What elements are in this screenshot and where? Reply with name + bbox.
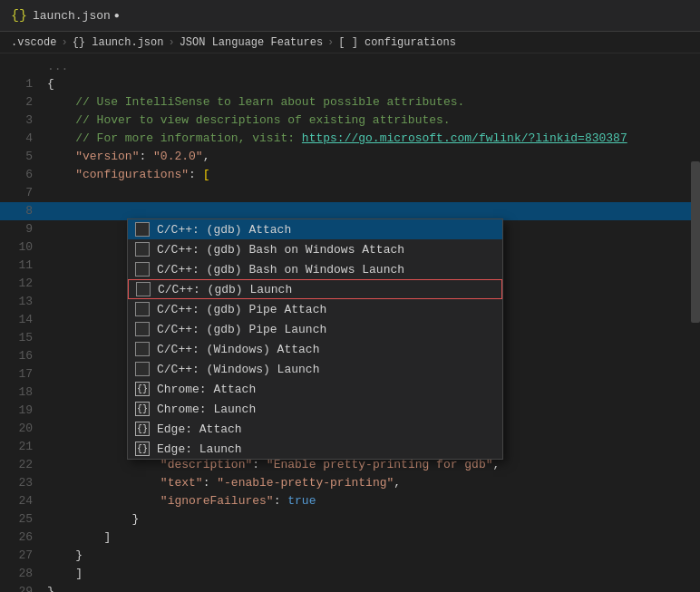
line-1: 1 { bbox=[0, 75, 700, 93]
ellipsis-line: ... bbox=[0, 57, 700, 75]
line-23: 23 "text": "-enable-pretty-printing", bbox=[0, 474, 700, 492]
ac-item-2[interactable]: C/C++: (gdb) Bash on Windows Launch bbox=[128, 259, 502, 279]
ac-label-6: C/C++: (Windows) Attach bbox=[157, 343, 319, 356]
snippet-icon bbox=[135, 222, 150, 237]
line-27: 27 } bbox=[0, 547, 700, 565]
line-28: 28 ] bbox=[0, 565, 700, 583]
snippet-icon bbox=[135, 342, 150, 356]
ac-item-10[interactable]: {} Edge: Attach bbox=[128, 419, 502, 439]
ac-label-9: Chrome: Launch bbox=[157, 403, 256, 416]
line-2: 2 // Use IntelliSense to learn about pos… bbox=[0, 93, 700, 112]
ac-item-5[interactable]: C/C++: (gdb) Pipe Launch bbox=[128, 319, 502, 339]
ac-item-4[interactable]: C/C++: (gdb) Pipe Attach bbox=[128, 299, 502, 319]
snippet-icon bbox=[135, 322, 150, 336]
file-icon: {} bbox=[11, 8, 27, 24]
line-7: 7 bbox=[0, 184, 700, 202]
ac-label-11: Edge: Launch bbox=[157, 442, 242, 456]
ac-item-9[interactable]: {} Chrome: Launch bbox=[128, 399, 502, 419]
line-8: 8 bbox=[0, 202, 700, 220]
line-3: 3 // Hover to view descriptions of exist… bbox=[0, 112, 700, 130]
snippet-icon bbox=[135, 302, 150, 316]
snippet-icon bbox=[135, 362, 150, 376]
ac-label-2: C/C++: (gdb) Bash on Windows Launch bbox=[157, 263, 404, 277]
ac-label-3: C/C++: (gdb) Launch bbox=[158, 283, 292, 296]
ac-label-0: C/C++: (gdb) Attach bbox=[157, 223, 291, 237]
title-bar: {} launch.json ● bbox=[0, 0, 700, 32]
ac-item-8[interactable]: {} Chrome: Attach bbox=[128, 379, 502, 399]
breadcrumb-configurations[interactable]: [ ] configurations bbox=[338, 36, 456, 49]
line-24: 24 "ignoreFailures": true bbox=[0, 492, 700, 510]
breadcrumb-launch[interactable]: {} launch.json bbox=[73, 36, 164, 49]
ac-item-3[interactable]: C/C++: (gdb) Launch bbox=[128, 279, 502, 299]
breadcrumb-vscode[interactable]: .vscode bbox=[11, 36, 56, 49]
ac-item-7[interactable]: C/C++: (Windows) Launch bbox=[128, 359, 502, 379]
modified-indicator: ● bbox=[114, 11, 120, 21]
ac-item-11[interactable]: {} Edge: Launch bbox=[128, 439, 502, 459]
line-6: 6 "configurations": [ bbox=[0, 166, 700, 184]
editor: ... 1 { 2 // Use IntelliSense to learn a… bbox=[0, 53, 700, 592]
ac-label-7: C/C++: (Windows) Launch bbox=[157, 363, 319, 376]
ac-label-1: C/C++: (gdb) Bash on Windows Attach bbox=[157, 243, 404, 257]
object-icon: {} bbox=[135, 442, 150, 456]
filename: launch.json bbox=[33, 9, 111, 23]
line-4: 4 // For more information, visit: https:… bbox=[0, 130, 700, 148]
object-icon: {} bbox=[135, 422, 150, 436]
snippet-icon bbox=[135, 242, 150, 257]
line-29: 29 } bbox=[0, 583, 700, 592]
ac-item-0[interactable]: C/C++: (gdb) Attach bbox=[128, 219, 502, 239]
object-icon: {} bbox=[135, 402, 150, 416]
line-25: 25 } bbox=[0, 510, 700, 529]
ac-item-1[interactable]: C/C++: (gdb) Bash on Windows Attach bbox=[128, 239, 502, 259]
line-26: 26 ] bbox=[0, 529, 700, 547]
object-icon: {} bbox=[135, 382, 150, 396]
snippet-icon bbox=[135, 262, 150, 277]
ac-label-10: Edge: Attach bbox=[157, 422, 242, 436]
ac-item-6[interactable]: C/C++: (Windows) Attach bbox=[128, 339, 502, 359]
line-5: 5 "version": "0.2.0", bbox=[0, 148, 700, 166]
vertical-scrollbar[interactable] bbox=[691, 53, 700, 592]
ac-label-4: C/C++: (gdb) Pipe Attach bbox=[157, 303, 326, 316]
ac-label-5: C/C++: (gdb) Pipe Launch bbox=[157, 323, 326, 336]
ac-label-8: Chrome: Attach bbox=[157, 383, 256, 396]
breadcrumb-language[interactable]: JSON Language Features bbox=[180, 36, 323, 49]
snippet-icon bbox=[136, 282, 151, 296]
autocomplete-dropdown[interactable]: C/C++: (gdb) Attach C/C++: (gdb) Bash on… bbox=[127, 218, 503, 460]
scrollbar-thumb[interactable] bbox=[691, 161, 700, 323]
breadcrumb: .vscode › {} launch.json › JSON Language… bbox=[0, 32, 700, 53]
